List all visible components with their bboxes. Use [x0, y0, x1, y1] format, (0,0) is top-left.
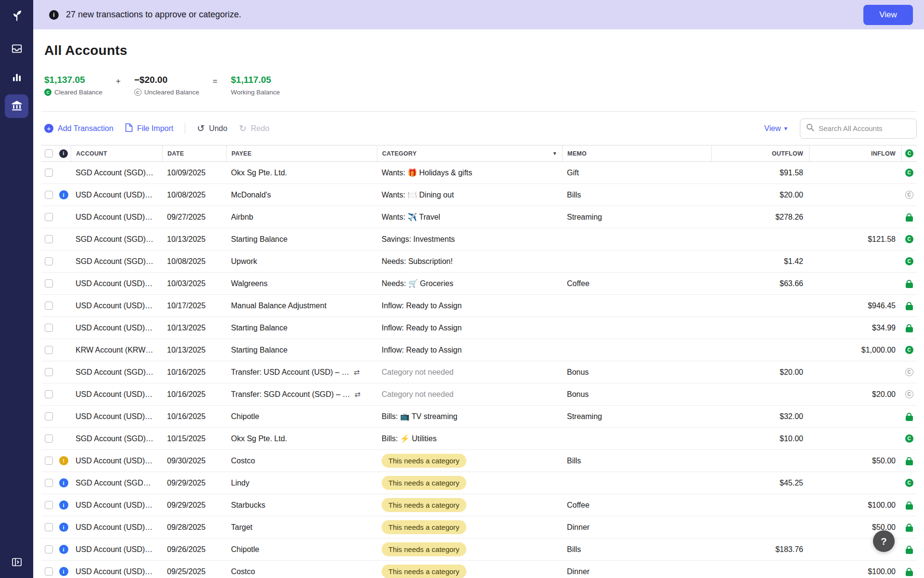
account-cell[interactable]: SGD Account (SGD)…: [71, 250, 162, 272]
category-cell[interactable]: Bills: ⚡ Utilities: [377, 428, 562, 449]
row-checkbox[interactable]: [45, 324, 53, 332]
date-cell[interactable]: 09/29/2025: [162, 494, 226, 516]
payee-cell[interactable]: Costco: [226, 450, 377, 472]
inflow-cell[interactable]: [809, 184, 901, 206]
outflow-cell[interactable]: $278.26: [711, 206, 809, 228]
cleared-status-icon[interactable]: [906, 327, 913, 332]
transaction-row[interactable]: USD Account (USD)… 09/27/2025 Airbnb Wan…: [41, 206, 917, 228]
transaction-row[interactable]: USD Account (USD)… 10/16/2025 Chipotle B…: [41, 406, 917, 428]
category-cell[interactable]: This needs a category: [377, 539, 562, 560]
memo-cell[interactable]: [562, 250, 711, 272]
sidebar-expand-icon[interactable]: [11, 556, 23, 569]
account-cell[interactable]: USD Account (USD)…: [71, 383, 162, 405]
column-header-account[interactable]: ACCOUNT: [71, 145, 162, 161]
account-cell[interactable]: SGD Account (SGD)…: [71, 361, 162, 383]
category-cell[interactable]: Wants: 🎁 Holidays & gifts: [377, 162, 562, 184]
date-cell[interactable]: 09/25/2025: [162, 561, 226, 578]
outflow-cell[interactable]: [711, 561, 809, 578]
row-checkbox[interactable]: [45, 390, 53, 398]
row-checkbox[interactable]: [45, 257, 53, 265]
transaction-row[interactable]: KRW Account (KRW… 10/13/2025 Starting Ba…: [41, 339, 917, 361]
cleared-status-icon[interactable]: [906, 549, 913, 554]
outflow-cell[interactable]: [711, 494, 809, 516]
transaction-row[interactable]: USD Account (USD)… 10/16/2025 Transfer: …: [41, 383, 917, 406]
cleared-status-icon[interactable]: [906, 283, 913, 288]
memo-cell[interactable]: Coffee: [562, 273, 711, 294]
date-cell[interactable]: 09/28/2025: [162, 516, 226, 538]
outflow-cell[interactable]: [711, 339, 809, 361]
memo-cell[interactable]: [562, 295, 711, 316]
category-cell[interactable]: Bills: 📺 TV streaming: [377, 406, 562, 427]
category-cell[interactable]: This needs a category: [377, 472, 562, 494]
date-cell[interactable]: 09/27/2025: [162, 206, 226, 228]
payee-cell[interactable]: Upwork: [226, 250, 377, 272]
payee-cell[interactable]: Okx Sg Pte. Ltd.: [226, 162, 377, 184]
cleared-status-icon[interactable]: [906, 571, 913, 576]
date-cell[interactable]: 10/13/2025: [162, 339, 226, 361]
payee-cell[interactable]: Costco: [226, 561, 377, 578]
outflow-cell[interactable]: $20.00: [711, 361, 809, 383]
transaction-row[interactable]: USD Account (USD)… 10/13/2025 Starting B…: [41, 317, 917, 339]
outflow-cell[interactable]: $20.00: [711, 184, 809, 206]
category-cell[interactable]: This needs a category: [377, 516, 562, 538]
inflow-cell[interactable]: [809, 472, 901, 494]
column-header-payee[interactable]: PAYEE: [226, 145, 377, 161]
account-cell[interactable]: SGD Account (SGD)…: [71, 428, 162, 449]
transaction-row[interactable]: i USD Account (USD)… 09/29/2025 Starbuck…: [41, 494, 917, 516]
date-cell[interactable]: 10/16/2025: [162, 406, 226, 427]
transaction-row[interactable]: SGD Account (SGD)… 10/16/2025 Transfer: …: [41, 361, 917, 383]
transaction-row[interactable]: i USD Account (USD)… 10/08/2025 McDonald…: [41, 184, 917, 206]
memo-cell[interactable]: Bonus: [562, 361, 711, 383]
select-all-checkbox[interactable]: [45, 149, 53, 158]
inflow-cell[interactable]: $946.45: [809, 295, 901, 316]
account-cell[interactable]: USD Account (USD)…: [71, 184, 162, 206]
inflow-cell[interactable]: $100.00: [809, 494, 901, 516]
row-checkbox[interactable]: [45, 169, 53, 177]
view-dropdown[interactable]: View ▾: [764, 124, 787, 133]
date-cell[interactable]: 09/26/2025: [162, 539, 226, 560]
memo-cell[interactable]: Streaming: [562, 206, 711, 228]
date-cell[interactable]: 10/17/2025: [162, 295, 226, 316]
payee-cell[interactable]: Target: [226, 516, 377, 538]
search-input[interactable]: [819, 124, 911, 132]
memo-cell[interactable]: Coffee: [562, 494, 711, 516]
transaction-row[interactable]: i USD Account (USD)… 09/26/2025 Chipotle…: [41, 539, 917, 561]
account-cell[interactable]: USD Account (USD)…: [71, 516, 162, 538]
outflow-cell[interactable]: $1.42: [711, 250, 809, 272]
column-header-cleared[interactable]: C: [901, 145, 917, 161]
inflow-cell[interactable]: [809, 428, 901, 449]
date-cell[interactable]: 10/13/2025: [162, 317, 226, 339]
memo-cell[interactable]: [562, 317, 711, 339]
payee-cell[interactable]: Okx Sg Pte. Ltd.: [226, 428, 377, 449]
inflow-cell[interactable]: $20.00: [809, 383, 901, 405]
memo-cell[interactable]: [562, 228, 711, 250]
row-checkbox[interactable]: [45, 235, 53, 243]
sidebar-item-reports[interactable]: [5, 66, 28, 90]
date-cell[interactable]: 10/09/2025: [162, 162, 226, 184]
payee-cell[interactable]: Lindy: [226, 472, 377, 494]
category-filter-icon[interactable]: ▼: [552, 151, 557, 156]
payee-cell[interactable]: Starting Balance: [226, 228, 377, 250]
payee-cell[interactable]: Chipotle: [226, 406, 377, 427]
column-header-inflow[interactable]: INFLOW: [809, 145, 901, 161]
add-transaction-button[interactable]: + Add Transaction: [44, 124, 114, 133]
category-cell[interactable]: Inflow: Ready to Assign: [377, 295, 562, 316]
cleared-status-icon[interactable]: [906, 416, 913, 421]
inflow-cell[interactable]: $34.99: [809, 317, 901, 339]
account-cell[interactable]: USD Account (USD)…: [71, 494, 162, 516]
sidebar-item-accounts[interactable]: [5, 94, 28, 118]
outflow-cell[interactable]: $45.25: [711, 472, 809, 494]
row-checkbox[interactable]: [45, 457, 53, 465]
payee-cell[interactable]: Chipotle: [226, 539, 377, 560]
payee-cell[interactable]: McDonald's: [226, 184, 377, 206]
outflow-cell[interactable]: $183.76: [711, 539, 809, 560]
row-checkbox[interactable]: [45, 279, 53, 288]
date-cell[interactable]: 10/15/2025: [162, 428, 226, 449]
outflow-cell[interactable]: $91.58: [711, 162, 809, 184]
payee-cell[interactable]: Manual Balance Adjustment: [226, 295, 377, 316]
payee-cell[interactable]: Airbnb: [226, 206, 377, 228]
cleared-status-icon[interactable]: C: [905, 434, 913, 443]
inflow-cell[interactable]: [809, 162, 901, 184]
payee-cell[interactable]: Transfer: SGD Account (SGD) – … ⇄: [226, 383, 377, 405]
cleared-status-icon[interactable]: C: [905, 368, 913, 376]
